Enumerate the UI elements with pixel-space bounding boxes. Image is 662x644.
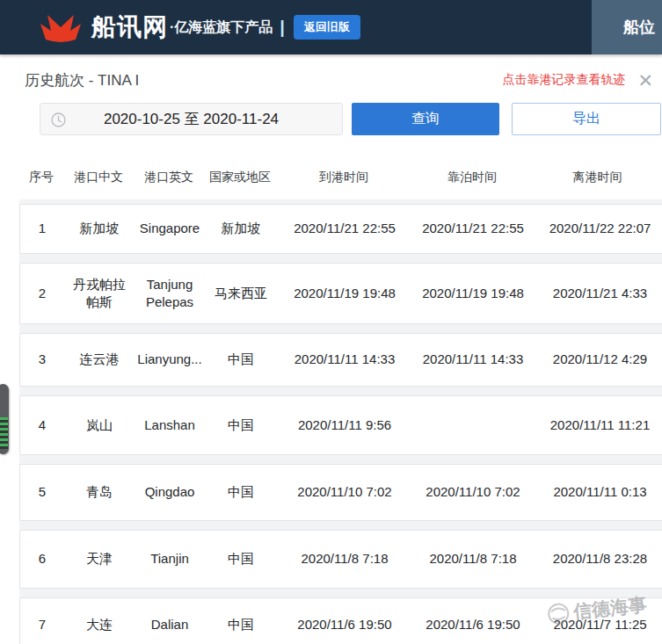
table-row[interactable]: 2丹戎帕拉帕斯Tanjung Pelepas马来西亚2020/11/19 19:… xyxy=(19,263,662,324)
tab-ship-position[interactable]: 船位 xyxy=(592,0,662,54)
cell-departure-time: 2020/11/21 4:33 xyxy=(534,264,662,323)
date-range-input[interactable]: 2020-10-25 至 2020-11-24 xyxy=(40,103,343,135)
cell-index: 7 xyxy=(20,598,64,644)
brand-separator: | xyxy=(280,18,285,38)
cell-berth-time: 2020/11/6 19:50 xyxy=(412,598,534,644)
view-track-link[interactable]: 点击靠港记录查看轨迹 xyxy=(502,72,625,88)
cell-port-en: Qingdao xyxy=(135,465,205,520)
cell-index: 3 xyxy=(20,334,64,386)
cell-port-en: Tanjung Pelepas xyxy=(135,264,205,323)
cell-country: 中国 xyxy=(205,531,277,588)
cell-port-en: Lianyung... xyxy=(135,334,205,386)
cell-departure-time: 2020/11/11 0:13 xyxy=(534,465,662,520)
date-range-value: 2020-10-25 至 2020-11-24 xyxy=(104,109,279,129)
cell-index: 1 xyxy=(20,205,64,253)
cell-index: 6 xyxy=(20,531,64,588)
cell-arrival-time: 2020/11/19 19:48 xyxy=(277,264,412,323)
cell-country: 新加坡 xyxy=(205,205,277,253)
close-icon[interactable]: ✕ xyxy=(637,71,653,90)
table-row[interactable]: 7大连Dalian中国2020/11/6 19:502020/11/6 19:5… xyxy=(19,597,662,644)
clock-icon xyxy=(51,112,66,127)
table-row[interactable]: 6天津Tianjin中国2020/11/8 7:182020/11/8 7:18… xyxy=(19,530,662,589)
cell-index: 5 xyxy=(20,465,64,520)
shipxy-logo-icon xyxy=(39,11,83,43)
cell-port-cn: 丹戎帕拉帕斯 xyxy=(64,264,135,323)
cell-departure-time: 2020/11/8 23:28 xyxy=(534,531,662,588)
cell-index: 4 xyxy=(20,396,64,454)
brand-suffix: ·亿海蓝旗下产品 xyxy=(170,18,273,37)
export-button[interactable]: 导出 xyxy=(512,103,661,135)
cell-port-en: Tianjin xyxy=(135,531,205,588)
cell-departure-time: 2020/11/22 22:07 xyxy=(534,205,662,253)
cell-port-en: Singapore xyxy=(135,205,205,253)
cell-port-cn: 大连 xyxy=(64,598,135,644)
cell-port-cn: 新加坡 xyxy=(64,205,135,253)
cell-arrival-time: 2020/11/11 14:33 xyxy=(277,334,412,386)
back-to-old-version-button[interactable]: 返回旧版 xyxy=(294,15,360,40)
history-voyage-window: 船讯网 ·亿海蓝旗下产品 | 返回旧版 船位 历史航次 - TINA I 点击靠… xyxy=(0,0,662,644)
cell-port-en: Lanshan xyxy=(135,396,205,454)
cell-port-cn: 青岛 xyxy=(64,465,135,520)
column-header-cell-departure-time: 离港时间 xyxy=(533,167,662,188)
cell-port-cn: 岚山 xyxy=(64,396,135,454)
cell-port-cn: 天津 xyxy=(64,531,135,588)
cell-berth-time xyxy=(412,396,534,454)
table-row[interactable]: 4岚山Lanshan中国2020/11/11 9:562020/11/11 11… xyxy=(19,395,662,455)
top-navbar: 船讯网 ·亿海蓝旗下产品 | 返回旧版 船位 xyxy=(0,0,662,54)
table-row[interactable]: 5青岛Qingdao中国2020/11/10 7:022020/11/10 7:… xyxy=(19,464,662,521)
cell-arrival-time: 2020/11/6 19:50 xyxy=(277,598,412,644)
page-title: 历史航次 - TINA I xyxy=(25,70,139,90)
edge-widget-handle[interactable] xyxy=(0,384,9,454)
table-row[interactable]: 1新加坡Singapore新加坡2020/11/21 22:552020/11/… xyxy=(19,204,662,254)
edge-widget-meter xyxy=(0,417,8,449)
cell-departure-time: 2020/11/11 11:21 xyxy=(534,396,662,454)
cell-arrival-time: 2020/11/11 9:56 xyxy=(277,396,412,454)
cell-arrival-time: 2020/11/10 7:02 xyxy=(277,465,412,520)
cell-country: 中国 xyxy=(205,334,277,386)
table-row[interactable]: 3连云港Lianyung...中国2020/11/11 14:332020/11… xyxy=(19,333,662,387)
panel-header: 历史航次 - TINA I 点击靠港记录查看轨迹 ✕ xyxy=(25,69,653,91)
cell-arrival-time: 2020/11/21 22:55 xyxy=(277,205,412,253)
cell-berth-time: 2020/11/11 14:33 xyxy=(412,334,534,386)
cell-country: 中国 xyxy=(205,396,277,454)
column-header-cell-berth-time: 靠泊时间 xyxy=(411,167,533,188)
cell-arrival-time: 2020/11/8 7:18 xyxy=(277,531,412,588)
cell-berth-time: 2020/11/21 22:55 xyxy=(412,205,534,253)
query-button[interactable]: 查询 xyxy=(352,103,499,135)
cell-port-en: Dalian xyxy=(135,598,205,644)
voyage-table: 1新加坡Singapore新加坡2020/11/21 22:552020/11/… xyxy=(19,199,662,644)
column-header-cell-arrival-time: 到港时间 xyxy=(276,167,411,188)
column-header-cell-index: 序号 xyxy=(19,167,63,188)
table-header-row: 序号港口中文港口英文国家或地区到港时间靠泊时间离港时间 xyxy=(19,167,662,188)
cell-departure-time: 2020/11/12 4:29 xyxy=(534,334,662,386)
cell-departure-time: 2020/11/7 11:25 xyxy=(534,598,662,644)
cell-berth-time: 2020/11/19 19:48 xyxy=(412,264,534,323)
cell-index: 2 xyxy=(20,264,64,323)
cell-country: 马来西亚 xyxy=(205,264,277,323)
cell-country: 中国 xyxy=(205,465,277,520)
brand-name: 船讯网 xyxy=(91,11,168,44)
cell-port-cn: 连云港 xyxy=(64,334,135,386)
cell-country: 中国 xyxy=(205,598,277,644)
column-header-cell-country: 国家或地区 xyxy=(204,167,276,188)
cell-berth-time: 2020/11/10 7:02 xyxy=(412,465,534,520)
cell-berth-time: 2020/11/8 7:18 xyxy=(412,531,534,588)
column-header-cell-port-cn: 港口中文 xyxy=(63,167,134,188)
column-header-cell-port-en: 港口英文 xyxy=(134,167,204,188)
